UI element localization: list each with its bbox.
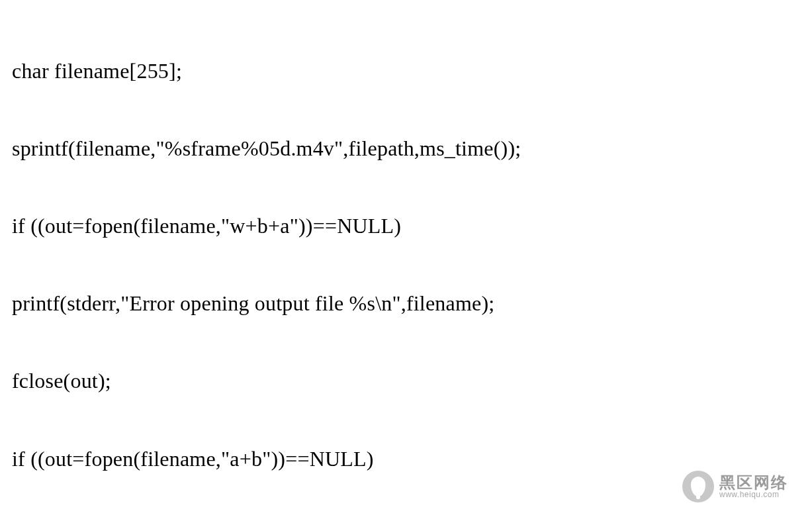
watermark-cn: 黑区网络 [719, 475, 788, 491]
code-line: printf(stderr,"Error opening output file… [12, 291, 800, 316]
code-line: char filename[255]; [12, 58, 800, 84]
code-line: sprintf(filename,"%sframe%05d.m4v",filep… [12, 136, 800, 162]
watermark: 黑区网络 www.heiqu.com [682, 471, 788, 502]
mushroom-icon [682, 471, 714, 502]
code-block: char filename[255]; sprintf(filename,"%s… [12, 7, 800, 517]
code-line: if ((out=fopen(filename,"w+b+a"))==NULL) [12, 213, 800, 239]
code-line: fclose(out); [12, 368, 800, 394]
watermark-en: www.heiqu.com [719, 491, 788, 498]
watermark-text: 黑区网络 www.heiqu.com [719, 475, 788, 498]
code-line: if ((out=fopen(filename,"a+b"))==NULL) [12, 446, 800, 472]
document-page: char filename[255]; sprintf(filename,"%s… [0, 0, 800, 510]
